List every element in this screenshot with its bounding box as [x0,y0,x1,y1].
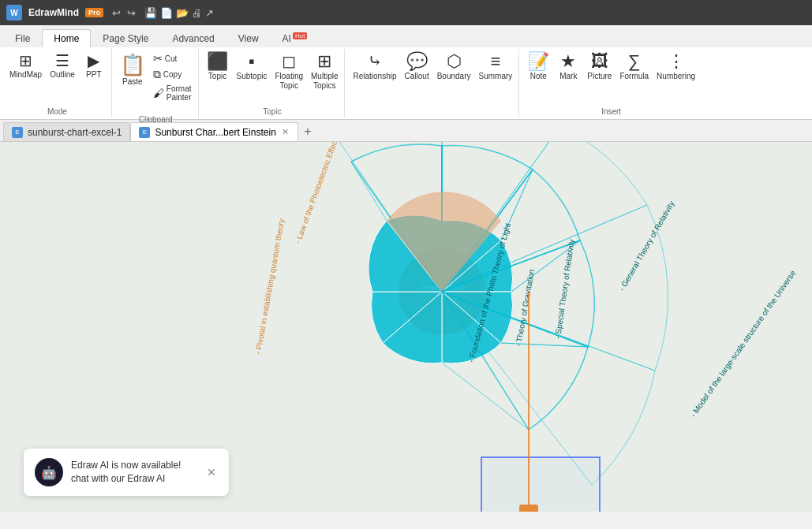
topic-group: ⬛ Topic ▪ Subtopic ◻ Floating Topic ⊞ Mu… [200,49,346,117]
note-button[interactable]: 📝 Note [524,50,552,84]
multiple-topics-icon: ⊞ [317,53,331,70]
ai-icon: 🤖 [35,458,63,486]
doc-tab-1-label: sunburst-chart-excel-1 [28,127,122,138]
multiple-topics-button[interactable]: ⊞ Multiple Topics [308,50,341,93]
ai-notification: 🤖 Edraw AI is now available! chat with o… [24,449,229,496]
insert-group: 📝 Note ★ Mark 🖼 Picture ∑ Formula ⋮ Numb… [521,49,702,117]
summary-button[interactable]: ≡ Summary [475,50,515,84]
title-bar: W EdrawMind Pro ↩ ↪ 💾 📄 📂 🖨 ↗ [0,0,812,25]
copy-icon: ⧉ [153,68,161,81]
doc-tab-2[interactable]: E Sunburst Char...bert Einstein ✕ [130,122,297,141]
clipboard-group: 📋 Paste ✂ Cut ⧉ Copy 🖌 Format Painter Cu… [114,49,199,117]
doc-tab-2-icon: E [139,127,150,138]
doc-tab-2-label: Sunburst Char...bert Einstein [155,127,275,138]
doc-tab-bar: E sunburst-chart-excel-1 E Sunburst Char… [0,120,812,142]
cut-icon: ✂ [153,52,163,65]
undo-button[interactable]: ↩ [110,6,123,20]
app-brand: EdrawMind [28,7,79,18]
note-icon: 📝 [528,53,549,70]
svg-text:- Special Theory of Relativity: - Special Theory of Relativity [553,239,576,339]
redo-button[interactable]: ↪ [125,6,138,20]
subtopic-icon: ▪ [249,53,255,70]
floating-topic-icon: ◻ [282,53,296,70]
mark-icon: ★ [560,53,576,70]
picture-button[interactable]: 🖼 Picture [584,50,615,84]
export-button[interactable]: ↗ [205,7,214,19]
relationship-icon: ⤷ [368,53,382,70]
formula-button[interactable]: ∑ Formula [616,50,652,84]
canvas[interactable]: Developed [0,142,812,512]
callout-icon: 💬 [406,53,428,70]
insert-group-label: Insert [524,107,698,116]
outline-button[interactable]: ☰ Outline [47,50,78,82]
ppt-button[interactable]: ▶ PPT [80,50,108,82]
svg-text:- Pivotal in establishing quan: - Pivotal in establishing quantum theory [253,218,286,356]
floating-topic-button[interactable]: ◻ Floating Topic [271,50,306,93]
tab-home[interactable]: Home [42,29,91,47]
cut-button[interactable]: ✂ Cut [150,50,195,66]
save-button[interactable]: 💾 [144,7,157,19]
topic-icon: ⬛ [207,53,228,70]
mindmap-button[interactable]: ⊞ MindMap [6,50,45,82]
doc-tab-1[interactable]: E sunburst-chart-excel-1 [3,122,130,141]
ribbon: ⊞ MindMap ☰ Outline ▶ PPT Mode 📋 Paste ✂ [0,47,812,120]
doc-tab-1-icon: E [12,127,23,138]
boundary-icon: ⬡ [447,53,462,70]
svg-text:- Theory of Gravitation: - Theory of Gravitation [514,269,536,348]
format-painter-button[interactable]: 🖌 Format Painter [150,83,195,103]
mindmap-icon: ⊞ [19,53,32,69]
summary-icon: ≡ [490,53,500,70]
app-logo: W [6,5,22,20]
pro-badge: Pro [85,8,103,17]
tab-page-style[interactable]: Page Style [91,29,160,47]
svg-rect-11 [519,505,538,512]
picture-icon: 🖼 [591,53,608,70]
format-painter-icon: 🖌 [153,87,164,99]
numbering-icon: ⋮ [668,53,685,70]
outline-icon: ☰ [55,53,69,69]
ai-notification-close[interactable]: ✕ [205,464,218,480]
new-file-button[interactable]: 📄 [160,7,173,19]
callout-button[interactable]: 💬 Callout [402,50,432,84]
tab-file[interactable]: File [3,29,42,47]
tab-ai[interactable]: AIHot [271,28,320,47]
numbering-button[interactable]: ⋮ Numbering [653,50,698,84]
boundary-button[interactable]: ⬡ Boundary [434,50,474,84]
paste-icon: 📋 [120,53,145,77]
tab-view[interactable]: View [226,29,271,47]
mode-group-label: Mode [6,107,108,116]
svg-text:- Model of the large-scale str: - Model of the large-scale structure of … [689,269,798,419]
svg-text:- Law of the Photoelectric Eff: - Law of the Photoelectric Effect [294,142,340,245]
doc-tab-2-close[interactable]: ✕ [281,127,290,137]
subtopic-button[interactable]: ▪ Subtopic [234,50,271,84]
add-tab-button[interactable]: + [298,122,317,141]
topic-group-label: Topic [204,107,342,116]
ppt-icon: ▶ [88,53,99,69]
mode-group: ⊞ MindMap ☰ Outline ▶ PPT Mode [3,49,112,117]
paste-button[interactable]: 📋 Paste [117,50,148,103]
tab-advanced[interactable]: Advanced [160,29,226,47]
mark-button[interactable]: ★ Mark [554,50,582,84]
copy-button[interactable]: ⧉ Copy [150,66,195,83]
formula-icon: ∑ [628,53,641,70]
ai-notification-text: Edraw AI is now available! chat with our… [71,459,197,486]
ribbon-tab-bar: File Home Page Style Advanced View AIHot [0,25,812,47]
relationship-group: ⤷ Relationship 💬 Callout ⬡ Boundary ≡ Su… [346,49,519,117]
relationship-button[interactable]: ⤷ Relationship [350,50,399,84]
sunburst-chart: Developed [142,142,812,512]
open-file-button[interactable]: 📂 [176,7,189,19]
print-button[interactable]: 🖨 [192,7,202,19]
svg-rect-9 [481,457,600,512]
topic-button[interactable]: ⬛ Topic [204,50,232,84]
